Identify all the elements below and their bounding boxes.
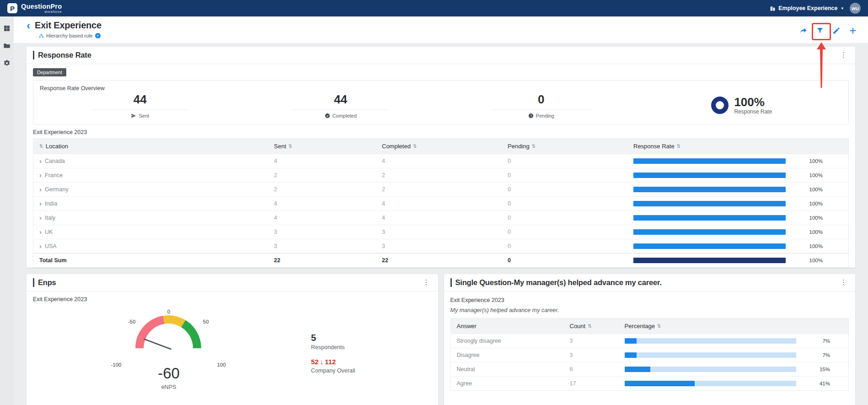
completed-cell: 2 [382,172,508,178]
page-title: Exit Experience [35,20,102,31]
page-header: ‹ Exit Experience Hierarchy based rule ? [14,16,868,43]
brand-logo[interactable]: P QuestionPro workforce [7,3,62,14]
gauge-tick: -50 [128,319,136,324]
bar-fill [625,352,637,358]
bar-fill [633,258,786,263]
rate-percent-label: 100% [809,258,823,263]
help-icon[interactable]: ? [95,33,101,38]
table-row[interactable]: ›UK 3 3 0 100% [33,225,848,239]
table-header-row: Answer Count ⇅ Percentage ⇅ [451,319,849,334]
dashboard-content: Response Rate ⋮ Department Response Rate… [14,43,868,405]
table-row[interactable]: ›Italy 4 4 0 100% [33,211,848,225]
response-rate-table: ⇅ Location Sent ⇅ Completed ⇅ Pending [33,138,849,268]
answer-cell: Disagree [451,352,570,358]
column-header-pending[interactable]: Pending ⇅ [508,143,633,150]
respondents-label: Respondents [311,344,412,351]
response-rate-bar [633,187,786,192]
answers-table: Answer Count ⇅ Percentage ⇅ Strongl [450,318,849,391]
pending-cell: 0 [508,186,633,193]
rate-cell: 100% [633,158,848,164]
clock-icon [528,113,534,119]
expand-chevron-icon[interactable]: › [39,214,42,221]
table-row[interactable]: ›France 2 2 0 100% [33,168,848,182]
location-cell: Total Sum [33,257,274,264]
department-filter-chip[interactable]: Department [33,68,66,76]
gauge-tick: 0 [167,309,170,314]
location-cell: ›USA [33,243,274,249]
column-header-location[interactable]: ⇅ Location [33,143,274,150]
dashboard-grid-icon [3,25,11,32]
edit-button[interactable] [832,27,841,35]
enps-value-label: eNPS [161,384,177,390]
expand-chevron-icon[interactable]: › [39,172,42,178]
expand-chevron-icon[interactable]: › [39,243,42,249]
kebab-menu-icon[interactable]: ⋮ [838,278,849,286]
response-rate-bar [633,215,786,221]
rate-cell: 100% [633,187,848,192]
count-cell: 17 [570,380,625,387]
completed-cell: 4 [382,215,508,221]
annotation-highlight-box [812,23,831,40]
dataset-label: Exit Experience 2023 [33,129,849,135]
folder-icon [3,42,11,49]
rate-cell: 100% [633,215,848,221]
rate-percent-label: 100% [809,215,823,221]
bar-fill [633,243,786,249]
percent-label: 15% [820,367,830,372]
table-row[interactable]: ›Canada 4 4 0 100% [33,154,848,168]
sent-cell: 4 [274,158,382,164]
column-header-sent[interactable]: Sent ⇅ [274,143,382,150]
enps-card: Enps ⋮ Exit Experience 2023 -100 -50 [27,274,438,405]
expand-chevron-icon[interactable]: › [39,186,42,193]
check-circle-icon [325,113,330,119]
workspace-switcher[interactable]: Employee Experience ▾ [770,5,843,11]
bar-fill [625,338,637,344]
top-navbar: P QuestionPro workforce Employee Experie… [0,0,868,16]
response-rate-bar [633,201,786,206]
back-button[interactable]: ‹ [27,21,30,31]
stat-response-rate: 100% Response Rate [642,96,842,115]
table-row[interactable]: ›USA 3 3 0 100% [33,239,848,253]
column-header-completed[interactable]: Completed ⇅ [382,143,508,150]
sent-cell: 2 [274,186,382,193]
sort-icon: ⇅ [532,143,536,149]
sort-icon: ⇅ [657,323,661,329]
share-button[interactable] [799,27,808,35]
expand-chevron-icon[interactable]: › [39,200,42,207]
sent-cell: 3 [274,243,382,249]
avatar[interactable]: WU [850,3,861,14]
rate-cell: 100% [633,243,848,249]
stat-value: 44 [134,92,147,106]
pending-cell: 0 [508,243,633,249]
stat-value: 100% [734,96,772,108]
donut-icon [711,97,729,114]
table-total-row: Total Sum 22 22 0 100% [33,253,848,267]
location-cell: ›Canada [33,157,274,164]
location-cell: ›France [33,172,274,178]
stat-value: 0 [538,92,544,106]
percentage-bar [625,381,796,386]
hierarchy-icon [39,33,44,38]
company-overall-value: 52 [311,358,319,366]
column-header-count[interactable]: Count ⇅ [570,323,625,329]
column-header-percentage[interactable]: Percentage ⇅ [625,323,849,329]
stat-pending: 0 Pending [441,92,642,119]
table-row[interactable]: ›India 4 4 0 100% [33,196,848,211]
gauge-tick: -100 [111,362,121,367]
completed-cell: 4 [382,200,508,207]
add-widget-button[interactable] [849,27,857,35]
sidebar-item-settings[interactable] [3,59,11,67]
brand-sub: workforce [44,10,62,14]
sidebar-item-dashboards[interactable] [3,25,11,32]
column-header-response-rate[interactable]: Response Rate ⇅ [633,143,848,150]
rate-percent-label: 100% [809,201,823,206]
pending-cell: 0 [508,215,633,221]
kebab-menu-icon[interactable]: ⋮ [838,51,849,59]
expand-chevron-icon[interactable]: › [39,157,42,164]
bar-fill [633,229,786,235]
sidebar-item-folders[interactable] [3,42,11,49]
rate-cell: 100% [633,258,848,263]
kebab-menu-icon[interactable]: ⋮ [421,278,432,286]
expand-chevron-icon[interactable]: › [39,228,42,235]
table-row[interactable]: ›Germany 2 2 0 100% [33,182,848,196]
